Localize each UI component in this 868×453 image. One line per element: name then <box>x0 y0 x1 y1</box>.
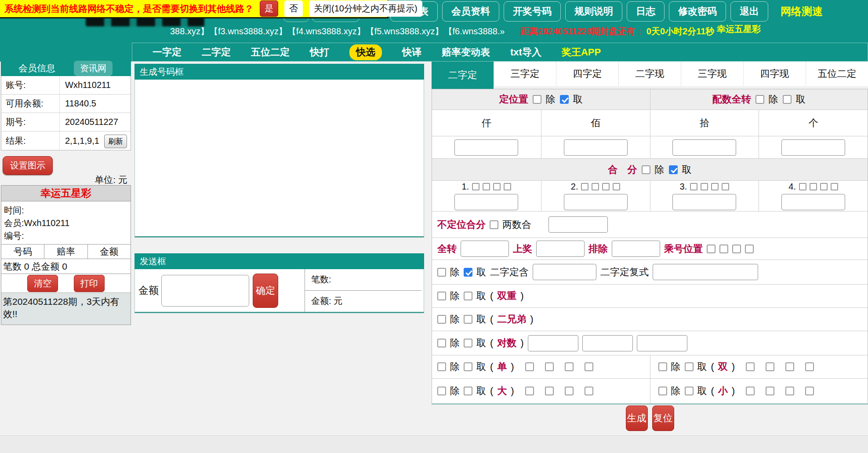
tab-three-current[interactable]: 三字现 <box>681 62 743 86</box>
even-include-checkbox[interactable] <box>685 362 694 371</box>
group-2-box[interactable] <box>581 183 588 190</box>
tab-fast-translate[interactable]: 快译 <box>402 46 421 59</box>
mirror-urls[interactable]: 388.xyz】【f3.wns3888.xyz】【f4.wns3888.xyz】… <box>170 26 505 36</box>
tab-odds-change[interactable]: 赔率变动表 <box>442 46 490 59</box>
units-input[interactable] <box>781 139 845 156</box>
contain-include-checkbox[interactable] <box>464 268 472 277</box>
warning-yes-button[interactable]: 是 <box>260 0 278 17</box>
chenghao-box-3[interactable] <box>732 245 741 253</box>
contain-exclude-checkbox[interactable] <box>437 268 446 277</box>
thousands-input[interactable] <box>454 139 518 156</box>
tab-four-fixed[interactable]: 四字定 <box>556 62 618 86</box>
generated-numbers-area[interactable] <box>134 80 424 237</box>
even-pos-box[interactable] <box>805 362 814 371</box>
odd-pos-box[interactable] <box>545 362 554 371</box>
even-pos-box[interactable] <box>766 362 774 371</box>
odd-pos-box[interactable] <box>585 362 593 371</box>
generate-button[interactable]: 生成 <box>626 406 648 431</box>
warning-no-button[interactable]: 否 <box>284 0 303 17</box>
group-3-box[interactable] <box>711 183 719 190</box>
group-3-box[interactable] <box>722 183 729 190</box>
reset-button[interactable]: 复位 <box>652 406 674 431</box>
hefen-exclude-checkbox[interactable] <box>642 165 650 174</box>
tab-app[interactable]: 奖王APP <box>562 46 601 59</box>
chenghao-box-2[interactable] <box>719 245 728 253</box>
network-speed-test-link[interactable]: 网络测速 <box>781 4 823 18</box>
refresh-button[interactable]: 刷新 <box>104 135 127 148</box>
shangjiang-input[interactable] <box>536 241 585 257</box>
group-2-input[interactable] <box>564 194 628 210</box>
clear-button[interactable]: 清空 <box>27 275 58 292</box>
shuangchong-include-checkbox[interactable] <box>464 292 472 300</box>
group-4-input[interactable] <box>781 194 845 210</box>
big-pos-box[interactable] <box>525 387 534 395</box>
position-include-checkbox[interactable] <box>560 95 569 104</box>
even-exclude-checkbox[interactable] <box>658 362 667 371</box>
warning-close-button[interactable]: 关闭(10分钟之内不再提示) <box>309 0 422 17</box>
small-pos-box[interactable] <box>766 387 774 395</box>
tab-txt-import[interactable]: txt导入 <box>510 46 541 59</box>
duishu-exclude-checkbox[interactable] <box>437 339 446 347</box>
nav-member-info-button[interactable]: 会员资料 <box>442 1 499 22</box>
group-2-box[interactable] <box>613 183 620 190</box>
erxiongdi-exclude-checkbox[interactable] <box>437 315 446 324</box>
duishu-input-3[interactable] <box>637 335 687 351</box>
odd-pos-box[interactable] <box>525 362 534 371</box>
group-1-box[interactable] <box>493 183 501 190</box>
big-exclude-checkbox[interactable] <box>437 387 446 395</box>
group-4-box[interactable] <box>799 183 806 190</box>
hundreds-input[interactable] <box>564 139 628 156</box>
nav-log-button[interactable]: 日志 <box>627 1 665 22</box>
duishu-input-2[interactable] <box>582 335 633 351</box>
odd-include-checkbox[interactable] <box>464 362 472 371</box>
hefen-include-checkbox[interactable] <box>669 165 678 174</box>
nav-draw-numbers-button[interactable]: 开奖号码 <box>504 1 561 22</box>
small-pos-box[interactable] <box>746 387 755 395</box>
group-3-box[interactable] <box>690 183 697 190</box>
tab-one-digit[interactable]: 一字定 <box>153 46 182 59</box>
confirm-button[interactable]: 确定 <box>253 274 278 308</box>
erxiongdi-include-checkbox[interactable] <box>464 315 472 324</box>
fushi-input[interactable] <box>653 264 758 280</box>
info-site-button[interactable]: 资讯网 <box>74 61 113 76</box>
allmatch-include-checkbox[interactable] <box>783 95 792 104</box>
group-4-box[interactable] <box>820 183 828 190</box>
tab-fast-select-active[interactable]: 快选 <box>349 44 382 60</box>
tab-two-current[interactable]: 二字现 <box>618 62 681 86</box>
duishu-input-1[interactable] <box>528 335 578 351</box>
nav-change-password-button[interactable]: 修改密码 <box>669 1 726 22</box>
big-include-checkbox[interactable] <box>464 387 472 395</box>
paichu-input[interactable] <box>612 241 660 257</box>
group-1-input[interactable] <box>454 194 518 210</box>
two-sum-input[interactable] <box>548 216 608 233</box>
chenghao-box-1[interactable] <box>707 245 715 253</box>
big-pos-box[interactable] <box>545 387 554 395</box>
even-pos-box[interactable] <box>785 362 794 371</box>
group-1-box[interactable] <box>472 183 479 190</box>
small-exclude-checkbox[interactable] <box>658 387 667 395</box>
budingwei-checkbox[interactable] <box>490 220 498 229</box>
group-2-box[interactable] <box>592 183 599 190</box>
settings-diagram-button[interactable]: 设置图示 <box>3 156 53 175</box>
group-2-box[interactable] <box>602 183 610 190</box>
nav-rules-button[interactable]: 规则说明 <box>565 1 622 22</box>
position-exclude-checkbox[interactable] <box>533 95 541 104</box>
tens-input[interactable] <box>672 139 736 156</box>
big-pos-box[interactable] <box>585 387 593 395</box>
tab-two-fixed-active[interactable]: 二字定 <box>432 62 494 89</box>
small-include-checkbox[interactable] <box>685 387 694 395</box>
duishu-include-checkbox[interactable] <box>464 339 472 347</box>
group-1-box[interactable] <box>504 183 511 190</box>
shuangchong-exclude-checkbox[interactable] <box>437 292 446 300</box>
amount-input[interactable] <box>161 275 249 307</box>
tab-three-fixed[interactable]: 三字定 <box>494 62 556 86</box>
chenghao-box-4[interactable] <box>745 245 754 253</box>
group-4-box[interactable] <box>831 183 838 190</box>
tab-five-pos-two[interactable]: 五位二定 <box>251 46 290 59</box>
group-3-input[interactable] <box>672 194 736 210</box>
group-1-box[interactable] <box>483 183 490 190</box>
even-pos-box[interactable] <box>746 362 755 371</box>
tab-two-digit[interactable]: 二字定 <box>202 46 231 59</box>
contain-input[interactable] <box>533 264 596 280</box>
odd-pos-box[interactable] <box>565 362 574 371</box>
